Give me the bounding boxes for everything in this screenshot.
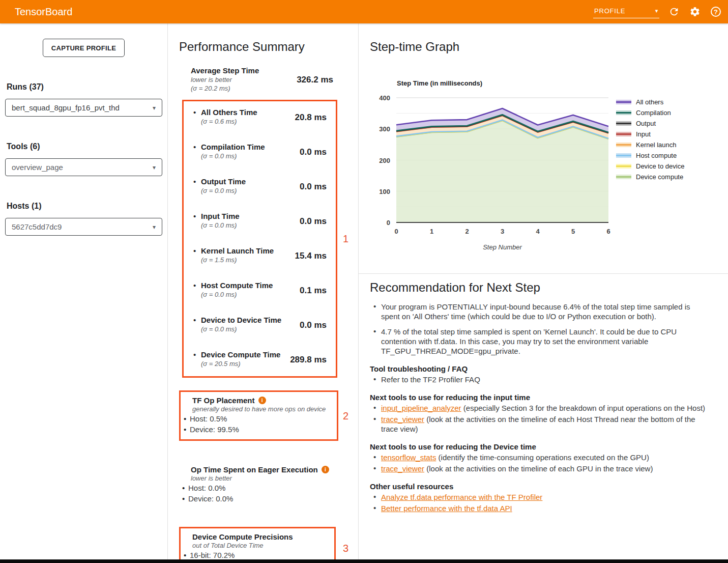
tf-op-placement-box: TF Op Placementi generally desired to ha… <box>179 390 338 441</box>
runs-select[interactable]: bert_squad_8gpu_fp16_pvt_thd ▾ <box>5 99 162 117</box>
metric-subtitle: lower is better <box>191 75 297 84</box>
metric-title: Input Time <box>201 212 300 221</box>
recommendation-link[interactable]: Better performance with the tf.data API <box>381 504 512 513</box>
metric-sigma: (σ = 0.0 ms) <box>201 290 300 299</box>
legend-line <box>616 123 631 124</box>
metric-value: 0.0 ms <box>300 216 327 227</box>
list-item: •Device: 0.0% <box>181 494 333 503</box>
metric-row: •Device Compute Time(σ = 20.5 ms)289.8 m… <box>193 350 327 368</box>
legend-label: Compilation <box>636 109 671 117</box>
metric-text: Compilation Time(σ = 0.0 ms) <box>201 143 300 160</box>
info-icon[interactable]: i <box>258 397 266 404</box>
precisions-title: Device Compute Precisions <box>192 532 293 541</box>
svg-text:2: 2 <box>465 228 469 235</box>
metric-title: Average Step Time <box>191 66 297 75</box>
recommendation-item-text: tensorflow_stats (identify the time-cons… <box>381 453 711 462</box>
recommendation-link[interactable]: Analyze tf.data performance with the TF … <box>381 493 542 501</box>
metric-title: All Others Time <box>201 108 295 117</box>
legend-label: Kernel launch <box>636 141 677 149</box>
list-item: •16-bit: 70.2% <box>183 551 329 560</box>
recommendation-item: •input_pipeline_analyzer (especially Sec… <box>370 403 726 413</box>
metric-text: Input Time(σ = 0.0 ms) <box>201 212 300 230</box>
hosts-select[interactable]: 5627c5dd7dc9 ▾ <box>5 218 162 236</box>
recommendation-item: •Refer to the TF2 Profiler FAQ <box>370 375 726 384</box>
list-item: •Host: 0.0% <box>181 484 333 493</box>
help-button[interactable]: ? <box>710 6 722 18</box>
eager-execution-block: Op Time Spent on Eager Executioni lower … <box>179 461 338 509</box>
tools-select-value: overview_page <box>12 163 63 172</box>
annotation-number-3: 3 <box>343 543 348 554</box>
annotation-number-2: 2 <box>343 410 348 421</box>
annotation-number-1: 1 <box>343 233 348 245</box>
hosts-select-value: 5627c5dd7dc9 <box>12 222 62 231</box>
legend-line <box>616 165 631 167</box>
bullet-icon: • <box>370 302 381 321</box>
svg-text:200: 200 <box>379 157 390 164</box>
legend-label: All others <box>636 98 663 106</box>
gear-icon <box>689 6 701 17</box>
list-item-text: 16-bit: 70.2% <box>190 551 235 560</box>
metric-value: 289.8 ms <box>290 355 327 365</box>
dashboard-selector[interactable]: PROFILE ▾ <box>593 5 659 18</box>
legend-label: Output <box>636 120 656 127</box>
metric-text: Host Compute Time(σ = 0.0 ms) <box>201 281 300 299</box>
svg-text:6: 6 <box>606 228 610 235</box>
performance-summary-panel: Performance Summary Average Step Time lo… <box>168 23 359 560</box>
bullet-icon: • <box>370 414 381 434</box>
chart-title: Step Time (in milliseconds) <box>397 79 482 87</box>
recommendation-section-list: •tensorflow_stats (identify the time-con… <box>370 453 726 473</box>
legend-item: Compilation <box>616 107 684 118</box>
legend-label: Input <box>636 130 651 138</box>
recommendation-bullet: •Your program is POTENTIALLY input-bound… <box>370 302 726 321</box>
recommendation-link[interactable]: trace_viewer <box>381 415 424 424</box>
list-item-text: Device: 99.5% <box>190 425 239 434</box>
refresh-button[interactable] <box>668 6 680 18</box>
help-icon: ? <box>711 7 721 17</box>
metric-row: •All Others Time(σ = 0.6 ms)20.8 ms <box>193 108 327 126</box>
recommendation-item-text: trace_viewer (look at the activities on … <box>381 414 711 434</box>
recommendation-heading: Recommendation for Next Step <box>370 280 726 295</box>
panel-divider <box>359 273 728 274</box>
app-title: TensorBoard <box>15 6 72 18</box>
recommendation-link[interactable]: tensorflow_stats <box>381 453 436 462</box>
recommendation-section-list: •Refer to the TF2 Profiler FAQ <box>370 375 726 384</box>
step-time-breakdown-box: •All Others Time(σ = 0.6 ms)20.8 ms•Comp… <box>182 100 337 378</box>
metric-title: Kernel Launch Time <box>201 246 295 256</box>
recommendation-item-text: input_pipeline_analyzer (especially Sect… <box>381 403 711 413</box>
bullet-icon: • <box>370 327 381 356</box>
legend-line <box>616 144 631 146</box>
info-icon[interactable]: i <box>322 466 329 473</box>
recommendation-item-text: Better performance with the tf.data API <box>381 503 711 513</box>
bullet-icon: • <box>193 246 201 264</box>
bullet-icon: • <box>370 464 381 473</box>
recommendation-item: •trace_viewer (look at the activities on… <box>370 464 726 473</box>
recommendation-link[interactable]: input_pipeline_analyzer <box>381 404 461 412</box>
bottom-edge-bar <box>0 559 728 563</box>
capture-profile-button[interactable]: CAPTURE PROFILE <box>43 39 125 57</box>
metric-sigma: (σ = 20.5 ms) <box>201 359 290 368</box>
recommendation-link[interactable]: trace_viewer <box>381 464 424 473</box>
metric-value: 0.0 ms <box>300 147 327 157</box>
metric-title: Device Compute Time <box>201 350 290 359</box>
tools-select[interactable]: overview_page ▾ <box>5 158 162 176</box>
legend-item: Input <box>616 129 684 139</box>
legend-swatch <box>616 100 631 104</box>
app-bar: TensorBoard PROFILE ▾ ? <box>0 0 728 23</box>
settings-button[interactable] <box>689 6 701 18</box>
legend-item: Device to device <box>616 161 684 172</box>
legend-swatch <box>616 110 631 115</box>
legend-line <box>616 155 631 156</box>
runs-select-value: bert_squad_8gpu_fp16_pvt_thd <box>12 103 120 112</box>
svg-text:3: 3 <box>501 228 504 235</box>
dashboard-selector-value: PROFILE <box>594 7 625 15</box>
metric-text: All Others Time(σ = 0.6 ms) <box>201 108 295 126</box>
svg-text:1: 1 <box>430 228 433 235</box>
metric-sigma: (σ = 0.0 ms) <box>201 186 300 195</box>
recommendation-item-text: Analyze tf.data performance with the TF … <box>381 492 711 502</box>
bullet-icon: • <box>193 316 201 333</box>
bullet-icon: • <box>181 484 188 493</box>
bullet-icon: • <box>370 403 381 413</box>
recommendation-panel: Recommendation for Next Step •Your progr… <box>370 280 726 515</box>
svg-text:300: 300 <box>379 125 390 133</box>
legend-swatch <box>616 175 631 179</box>
